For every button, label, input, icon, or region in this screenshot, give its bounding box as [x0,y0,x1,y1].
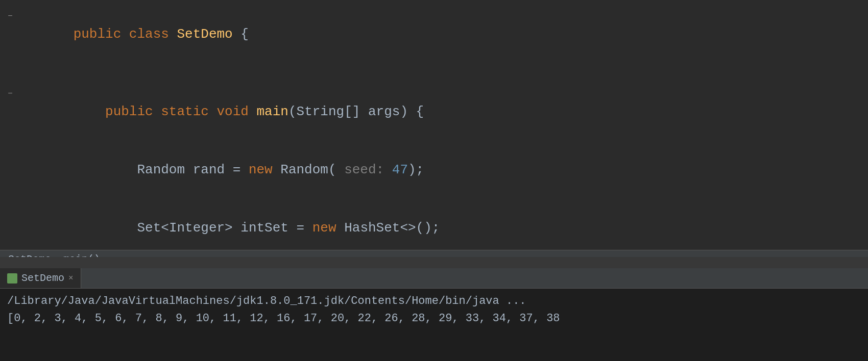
classname-setdemo: SetDemo [177,27,240,42]
type-hashset: HashSet [344,220,400,236]
keyword-public: public [74,27,129,42]
terminal-tab-close[interactable]: × [68,274,74,283]
indent-4 [74,162,137,177]
param-args: args) { [368,104,424,119]
var-rand: rand = [193,162,249,177]
code-line-3: − public static void main(String[] args)… [0,83,868,141]
indent-5 [74,220,137,236]
paren4: ( [328,162,344,177]
indent-3 [74,104,105,119]
terminal-tab-label: SetDemo [21,272,64,284]
terminal-tab-setdemo[interactable]: SetDemo × [0,268,81,288]
fold-gutter-1[interactable]: − [0,7,20,26]
type-random: Random [137,162,192,177]
close4: ); [408,162,424,177]
code-content-1: public class SetDemo { [20,5,868,63]
terminal-area: /Library/Java/JavaVirtualMachines/jdk1.8… [0,289,868,361]
type-random2: Random [280,162,328,177]
method-main: main [257,104,288,119]
code-line-5: Set<Integer> intSet = new HashSet<>(); [0,199,868,257]
space4 [384,162,392,177]
terminal-line-1: /Library/Java/JavaVirtualMachines/jdk1.8… [7,293,861,310]
code-line-4: Random rand = new Random( seed: 47); [0,141,868,199]
type-set: Set [137,220,161,236]
terminal-tab-icon [7,273,17,283]
gt: > [225,220,240,236]
bottom-section: SetDemo × /Library/Java/JavaVirtualMachi… [0,268,868,361]
code-line-1: − public class SetDemo { [0,5,868,63]
keyword-class: class [129,27,177,42]
keyword-new1: new [249,162,280,177]
terminal-line-2: [0, 2, 3, 4, 5, 6, 7, 8, 9, 10, 11, 12, … [7,310,861,327]
brace-open: { [240,27,249,42]
hint-seed: seed: [344,162,384,177]
code-content-3: public static void main(String[] args) { [20,83,868,141]
fold-gutter-3[interactable]: − [0,84,20,104]
editor-area: − public class SetDemo { − public static… [0,0,868,250]
code-content-4: Random rand = new Random( seed: 47); [20,141,868,199]
code-line-2 [0,63,868,83]
type-string: String [297,104,345,119]
bracket-string: [] [344,104,368,119]
code-content-5: Set<Integer> intSet = new HashSet<>(); [20,199,868,257]
keyword-new2: new [312,220,344,236]
var-intset: intSet = [240,220,312,236]
keyword-public2: public [105,104,161,119]
num-47: 47 [392,162,408,177]
type-integer: Integer [169,220,225,236]
diamond-close: <>(); [400,220,440,236]
terminal-tab-bar: SetDemo × [0,268,868,289]
paren-open: ( [288,104,297,119]
keyword-static: static [161,104,216,119]
lt: < [161,220,169,236]
keyword-void: void [216,104,256,119]
